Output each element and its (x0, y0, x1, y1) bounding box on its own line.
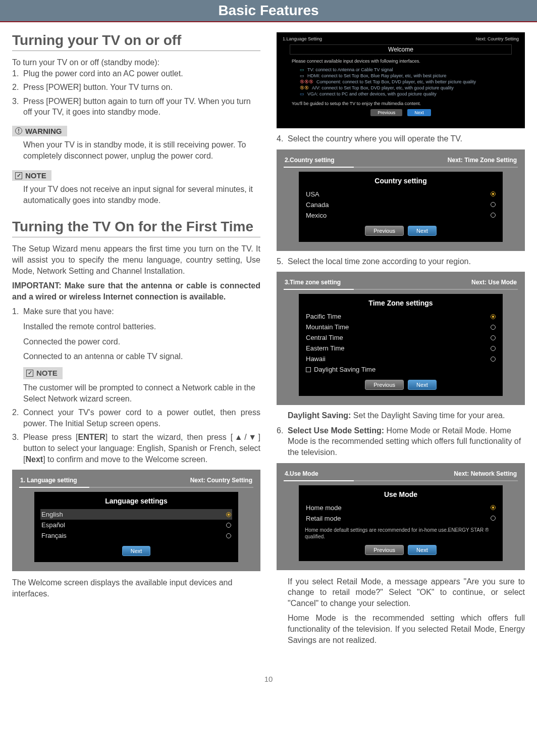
radio-icon (491, 357, 496, 362)
option-label: Mountain Time (306, 323, 349, 331)
important-note: IMPORTANT: Make sure that the antenna or… (12, 280, 260, 302)
wizard-step-label: 4.Use Mode (285, 470, 318, 477)
country-option-usa[interactable]: USA (305, 189, 497, 199)
step-number: 3. (12, 96, 23, 118)
previous-button[interactable]: Previous (365, 380, 404, 390)
wizard-progress-bar (284, 167, 518, 168)
tz-option-hawaii[interactable]: Hawaii (305, 354, 497, 364)
radio-icon (491, 191, 496, 196)
list-item: 2.Press [POWER] button. Your TV turns on… (12, 82, 260, 93)
wizard-country-panel: 2.Country setting Next: Time Zone Settin… (277, 149, 525, 251)
ws-foot: You'll be guided to setup the TV to enjo… (281, 97, 521, 106)
wizard-step-label: 1. Language setting (20, 477, 77, 484)
mode-subtext: Home mode default settings are recommend… (305, 527, 497, 540)
first-time-steps: 1. Make sure that you have: Installed th… (12, 306, 260, 465)
step-number: 2. (12, 82, 23, 93)
step-number: 6. (277, 425, 288, 458)
first-time-intro: The Setup Wizard menu appears the first … (12, 243, 260, 276)
page-number: 10 (0, 670, 537, 688)
next-button[interactable]: Next (408, 380, 437, 390)
note-icon: ✓ (26, 370, 33, 377)
option-label: Eastern Time (306, 344, 345, 352)
step-number: 1. (12, 68, 23, 79)
ws-lead: Please connect available input devices w… (281, 58, 521, 67)
option-label: Pacific Time (306, 313, 341, 320)
list-item: 1.Plug the power cord into an AC power o… (12, 68, 260, 79)
option-label: Central Time (306, 334, 343, 341)
note-label: NOTE (25, 171, 46, 180)
page-body: Turning your TV on or off To turn your T… (0, 22, 537, 670)
right-steps: 4.Select the country where you will oper… (277, 133, 525, 144)
step-text: Make sure that you have: (23, 307, 114, 316)
note-tag: ✓ NOTE (12, 170, 51, 181)
sub-item: Connected the power cord. (23, 336, 260, 347)
tz-option-eastern[interactable]: Eastern Time (305, 343, 497, 354)
list-item: 3. Please press [ENTER] to start the wiz… (12, 432, 260, 465)
note-tag: ✓ NOTE (23, 367, 63, 379)
step-number: 2. (12, 407, 23, 429)
tz-option-central[interactable]: Central Time (305, 332, 497, 343)
radio-icon (491, 505, 496, 510)
wizard-next-label: Next: Network Setting (454, 470, 517, 477)
language-option-espanol[interactable]: Español (40, 520, 232, 530)
wizard-progress-bar (284, 480, 518, 481)
wizard-title: Language settings (40, 497, 232, 505)
sub-item: Connected to an antenna or cable TV sign… (23, 351, 260, 362)
intro-text: To turn your TV on or off (standby mode)… (12, 57, 260, 68)
next-button[interactable]: Next (408, 545, 437, 555)
next-button[interactable]: Next (407, 109, 431, 116)
note-text: The customer will be prompted to connect… (23, 382, 260, 404)
step-text: Select the local time zone according to … (288, 256, 471, 267)
radio-icon (226, 533, 231, 538)
after-language-text: The Welcome screen displays the availabl… (12, 577, 260, 599)
country-option-mexico[interactable]: Mexico (305, 210, 497, 221)
language-option-francais[interactable]: Français (40, 530, 232, 541)
ws-input-tv: ▭TV: connect to Antenna or Cable TV sign… (281, 67, 521, 73)
step-text: Plug the power cord into an AC power out… (23, 68, 183, 79)
previous-button[interactable]: Previous (365, 545, 404, 555)
wizard-inner-box: Use Mode Home mode Retail mode Home mode… (299, 485, 503, 561)
tz-option-pacific[interactable]: Pacific Time (305, 311, 497, 322)
component-icon: ⦿⦿⦿ (300, 79, 313, 84)
wizard-title: Use Mode (305, 490, 497, 498)
wizard-inner-box: Country setting USA Canada Mexico Previo… (299, 172, 503, 242)
previous-button[interactable]: Previous (370, 109, 402, 116)
wizard-language-panel: 1. Language setting Next: Country Settin… (12, 470, 260, 571)
radio-icon (491, 346, 496, 351)
next-button[interactable]: Next (122, 546, 151, 556)
checkbox-label: Daylight Saving Time (314, 366, 375, 373)
left-column: Turning your TV on or off To turn your T… (12, 32, 260, 649)
previous-button[interactable]: Previous (365, 226, 404, 236)
wizard-inner-box: Time Zone settings Pacific Time Mountain… (299, 294, 503, 396)
step-number: 5. (277, 256, 288, 267)
step-text: Please press [ENTER] to start the wizard… (23, 432, 260, 465)
list-item: 2.Connect your TV's power cord to a powe… (12, 407, 260, 429)
tv-icon: ▭ (300, 67, 304, 72)
option-label: Mexico (306, 212, 327, 219)
option-label: English (41, 511, 63, 518)
wizard-next-label: Next: Country Setting (190, 477, 252, 484)
list-item: 1. Make sure that you have: Installed th… (12, 306, 260, 404)
ws-step-label: 1.Language Setting (283, 36, 322, 41)
step-text: Select Use Mode Setting: Home Mode or Re… (288, 425, 525, 458)
page-header-band: Basic Features (0, 0, 537, 22)
language-option-english[interactable]: English (40, 509, 232, 520)
ws-input-vga: ▭VGA: connect to PC and other devices, w… (281, 91, 521, 97)
tz-option-mountain[interactable]: Mountain Time (305, 322, 497, 332)
power-steps-list: 1.Plug the power cord into an AC power o… (12, 68, 260, 118)
radio-icon (226, 523, 231, 528)
next-button[interactable]: Next (408, 226, 437, 236)
mode-option-home[interactable]: Home mode (305, 502, 497, 513)
daylight-saving-text: Daylight Saving: Set the Daylight Saving… (277, 410, 525, 421)
tz-daylight-checkbox[interactable]: Daylight Saving Time (305, 364, 497, 375)
warning-text: When your TV is in standby mode, it is s… (12, 139, 260, 161)
option-label: Español (41, 521, 65, 529)
list-item: 3.Press [POWER] button again to turn off… (12, 96, 260, 118)
av-icon: ⦿⦿ (300, 85, 309, 90)
step-number: 1. (12, 306, 23, 404)
step-text: Select the country where you will operat… (288, 133, 462, 144)
mode-option-retail[interactable]: Retail mode (305, 513, 497, 524)
step-text: Press [POWER] button again to turn off y… (23, 96, 260, 118)
country-option-canada[interactable]: Canada (305, 199, 497, 210)
retail-mode-text: If you select Retail Mode, a message app… (277, 576, 525, 609)
